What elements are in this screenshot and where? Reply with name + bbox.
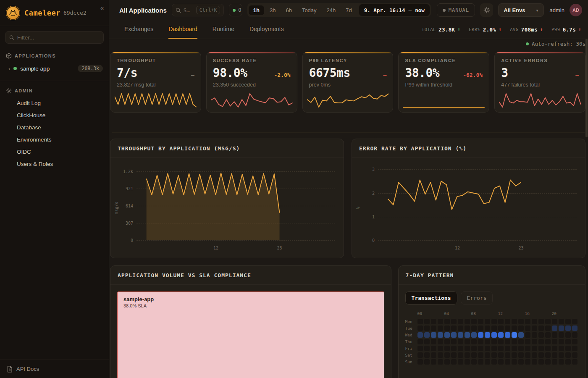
heatmap-cell[interactable] bbox=[458, 332, 463, 338]
heatmap-cell[interactable] bbox=[552, 332, 557, 338]
heatmap-cell[interactable] bbox=[565, 319, 571, 324]
global-search[interactable]: Ctrl+K bbox=[172, 4, 224, 16]
heatmap-cell[interactable] bbox=[438, 352, 443, 358]
heatmap-cell[interactable] bbox=[417, 319, 423, 324]
heatmap-cell[interactable] bbox=[471, 359, 477, 365]
heatmap-cell[interactable] bbox=[478, 319, 483, 324]
heatmap-cell[interactable] bbox=[505, 359, 510, 365]
heatmap-cell[interactable] bbox=[552, 339, 557, 344]
heatmap-cell[interactable] bbox=[465, 346, 470, 351]
env-select[interactable]: All Envs ▾ bbox=[498, 3, 543, 17]
heatmap-cell[interactable] bbox=[512, 319, 517, 324]
heatmap-cell[interactable] bbox=[559, 359, 564, 365]
heatmap-cell[interactable] bbox=[424, 352, 430, 358]
heatmap-cell[interactable] bbox=[485, 359, 490, 365]
heatmap-cell[interactable] bbox=[438, 339, 443, 344]
heatmap-cell[interactable] bbox=[431, 332, 436, 338]
heatmap-cell[interactable] bbox=[559, 326, 564, 331]
heatmap-cell[interactable] bbox=[417, 339, 423, 344]
heatmap-cell[interactable] bbox=[465, 359, 470, 365]
sidebar-item-clickhouse[interactable]: ClickHouse bbox=[0, 109, 109, 121]
heatmap-cell[interactable] bbox=[471, 319, 477, 324]
heatmap-cell[interactable] bbox=[518, 326, 524, 331]
heatmap-cell[interactable] bbox=[538, 359, 544, 365]
heatmap-cell[interactable] bbox=[532, 346, 537, 351]
heatmap-cell[interactable] bbox=[438, 332, 443, 338]
heatmap-cell[interactable] bbox=[424, 339, 430, 344]
heatmap-cell[interactable] bbox=[565, 339, 571, 344]
heatmap-cell[interactable] bbox=[545, 319, 551, 324]
treemap-cell-sample-app[interactable]: sample-app 38.0% SLA bbox=[117, 291, 384, 378]
heatmap-cell[interactable] bbox=[451, 359, 457, 365]
heatmap-cell[interactable] bbox=[525, 319, 530, 324]
heatmap-cell[interactable] bbox=[491, 339, 497, 344]
range-6h-button[interactable]: 6h bbox=[281, 5, 296, 15]
range-1h-button[interactable]: 1h bbox=[249, 5, 264, 15]
heatmap-cell[interactable] bbox=[538, 332, 544, 338]
heatmap-cell[interactable] bbox=[559, 346, 564, 351]
heatmap-cell[interactable] bbox=[485, 352, 490, 358]
heatmap-cell[interactable] bbox=[545, 359, 551, 365]
toggle-errors[interactable]: Errors bbox=[461, 291, 493, 304]
sidebar-item-environments[interactable]: Environments bbox=[0, 134, 109, 146]
heatmap-cell[interactable] bbox=[424, 332, 430, 338]
heatmap-cell[interactable] bbox=[505, 326, 510, 331]
heatmap-cell[interactable] bbox=[572, 332, 578, 338]
heatmap-cell[interactable] bbox=[485, 319, 490, 324]
heatmap-cell[interactable] bbox=[478, 352, 483, 358]
heatmap-cell[interactable] bbox=[512, 352, 517, 358]
heatmap-cell[interactable] bbox=[424, 346, 430, 351]
heatmap-cell[interactable] bbox=[512, 332, 517, 338]
heatmap-cell[interactable] bbox=[518, 346, 524, 351]
heatmap-cell[interactable] bbox=[545, 332, 551, 338]
heatmap-cell[interactable] bbox=[538, 352, 544, 358]
heatmap-cell[interactable] bbox=[572, 352, 578, 358]
heatmap-cell[interactable] bbox=[431, 319, 436, 324]
heatmap-cell[interactable] bbox=[532, 332, 537, 338]
avatar[interactable]: AD bbox=[570, 4, 582, 16]
chevron-right-icon[interactable]: › bbox=[8, 66, 10, 72]
heatmap-cell[interactable] bbox=[565, 332, 571, 338]
heatmap-cell[interactable] bbox=[565, 352, 571, 358]
heatmap-cell[interactable] bbox=[532, 339, 537, 344]
tab-dashboard[interactable]: Dashboard bbox=[168, 20, 197, 39]
heatmap-cell[interactable] bbox=[505, 339, 510, 344]
heatmap-cell[interactable] bbox=[505, 332, 510, 338]
heatmap-cell[interactable] bbox=[417, 326, 423, 331]
heatmap-cell[interactable] bbox=[478, 339, 483, 344]
heatmap-cell[interactable] bbox=[565, 359, 571, 365]
heatmap-cell[interactable] bbox=[485, 346, 490, 351]
heatmap-cell[interactable] bbox=[552, 359, 557, 365]
sidebar-item-audit-log[interactable]: Audit Log bbox=[0, 97, 109, 109]
tab-exchanges[interactable]: Exchanges bbox=[124, 20, 153, 39]
heatmap-cell[interactable] bbox=[444, 339, 450, 344]
heatmap-cell[interactable] bbox=[491, 326, 497, 331]
range-7d-button[interactable]: 7d bbox=[341, 5, 356, 15]
heatmap-cell[interactable] bbox=[424, 319, 430, 324]
heatmap-cell[interactable] bbox=[559, 319, 564, 324]
heatmap-cell[interactable] bbox=[431, 346, 436, 351]
heatmap-cell[interactable] bbox=[465, 319, 470, 324]
heatmap-cell[interactable] bbox=[572, 326, 578, 331]
heatmap-cell[interactable] bbox=[538, 346, 544, 351]
heatmap-cell[interactable] bbox=[552, 352, 557, 358]
heatmap-cell[interactable] bbox=[451, 346, 457, 351]
heatmap-cell[interactable] bbox=[518, 352, 524, 358]
heatmap-cell[interactable] bbox=[505, 346, 510, 351]
sidebar-item-api-docs[interactable]: API Docs bbox=[0, 360, 109, 378]
heatmap-cell[interactable] bbox=[444, 332, 450, 338]
heatmap-cell[interactable] bbox=[545, 326, 551, 331]
heatmap-cell[interactable] bbox=[525, 346, 530, 351]
heatmap-cell[interactable] bbox=[559, 332, 564, 338]
heatmap-cell[interactable] bbox=[458, 326, 463, 331]
heatmap-cell[interactable] bbox=[485, 332, 490, 338]
sidebar-filter[interactable] bbox=[5, 31, 104, 44]
heatmap-cell[interactable] bbox=[478, 332, 483, 338]
heatmap-cell[interactable] bbox=[431, 359, 436, 365]
filter-input[interactable] bbox=[17, 34, 100, 41]
heatmap-cell[interactable] bbox=[532, 319, 537, 324]
heatmap-cell[interactable] bbox=[518, 359, 524, 365]
heatmap-cell[interactable] bbox=[478, 346, 483, 351]
heatmap-cell[interactable] bbox=[491, 346, 497, 351]
heatmap-cell[interactable] bbox=[552, 326, 557, 331]
